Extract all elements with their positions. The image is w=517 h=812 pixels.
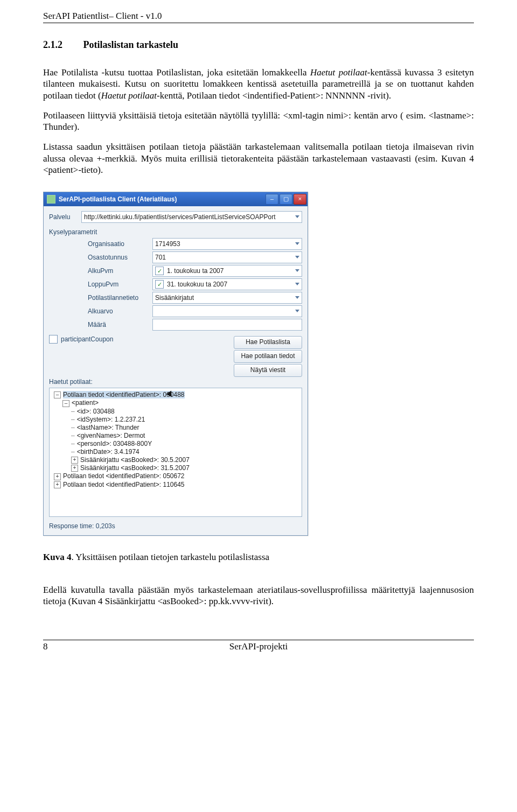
alkupvm-input[interactable]: ✓1. toukokuu ta 2007 — [152, 265, 302, 277]
tree-leaf[interactable]: <birthDate>: 3.4.1974 — [77, 448, 139, 456]
titlebar[interactable]: SerAPI-potilaslista Client (Ateriatilaus… — [44, 192, 308, 206]
loppupvm-checkbox[interactable]: ✓ — [155, 280, 164, 289]
app-icon — [47, 195, 55, 204]
expand-icon[interactable]: + — [71, 457, 78, 464]
osastotunnus-label: Osastotunnus — [88, 254, 152, 261]
maximize-button[interactable]: ▢ — [280, 194, 292, 205]
loppupvm-label: LoppuPvm — [88, 281, 152, 288]
potilastilannetieto-input[interactable]: Sisäänkirjatut — [152, 292, 302, 304]
loppupvm-input[interactable]: ✓31. toukokuu ta 2007 — [152, 278, 302, 290]
paragraph-1: Hae Potilalista -kutsu tuottaa Potilasli… — [43, 67, 474, 101]
tree-node[interactable]: Sisäänkirjattu <asBooked>: 31.5.2007 — [80, 464, 190, 472]
tree-leaf[interactable]: <idSystem>: 1.2.237.21 — [77, 416, 145, 423]
page-number: 8 — [43, 641, 65, 652]
page-footer: 8 SerAPI-projekti — [43, 640, 474, 652]
footer-title: SerAPI-projekti — [65, 641, 452, 652]
close-button[interactable]: × — [294, 194, 306, 205]
collapse-icon[interactable]: – — [54, 391, 61, 398]
section-heading: 2.1.2 Potilaslistan tarkastelu — [43, 39, 474, 51]
alkupvm-checkbox[interactable]: ✓ — [155, 267, 164, 275]
expand-icon[interactable]: + — [71, 465, 78, 472]
maara-label: Määrä — [88, 321, 152, 328]
tree-leaf[interactable]: <id>: 030488 — [77, 408, 115, 415]
tree-node[interactable]: Sisäänkirjattu <asBooked>: 30.5.2007 — [80, 456, 190, 464]
expand-icon[interactable]: + — [54, 473, 61, 480]
tree-leaf[interactable]: <personId>: 030488-800Y — [77, 440, 152, 447]
tree-leaf[interactable]: <givenNames>: Dermot — [77, 432, 145, 439]
tree-node[interactable]: Potilaan tiedot <identifiedPatient>: 030… — [63, 391, 185, 398]
tree-leaf[interactable]: <lastName>: Thunder — [77, 424, 139, 431]
section-number: 2.1.2 — [43, 39, 81, 51]
hae-potilaan-tiedot-button[interactable]: Hae potilaan tiedot — [234, 350, 302, 363]
alkuarvo-label: Alkuarvo — [88, 307, 152, 315]
nayta-viestit-button[interactable]: Näytä viestit — [234, 364, 302, 377]
participantcoupon-checkbox[interactable] — [49, 335, 58, 344]
haetut-potilaat-label: Haetut potilaat: — [49, 378, 302, 386]
figure-caption: Kuva 4. Yksittäisen potilaan tietojen ta… — [43, 552, 474, 563]
palvelu-label: Palvelu — [49, 213, 81, 221]
osastotunnus-input[interactable]: 701 — [152, 251, 302, 263]
tree-node[interactable]: Potilaan tiedot <identifiedPatient>: 050… — [63, 472, 185, 480]
status-text: Response time: 0,203s — [49, 522, 302, 530]
paragraph-3: Listassa saadun yksittäisen potilaan tie… — [43, 141, 474, 176]
page-header: SerAPI Patientlist– Client - v1.0 — [43, 11, 474, 23]
alkuarvo-input[interactable] — [152, 305, 302, 317]
paragraph-2: Potilaaseen liittyviä yksittäisiä tietoj… — [43, 110, 474, 133]
paragraph-4: Edellä kuvatulla tavalla päästään myös t… — [43, 584, 474, 607]
hae-potilaslista-button[interactable]: Hae Potilaslista — [234, 336, 302, 349]
results-tree[interactable]: –Potilaan tiedot <identifiedPatient>: 03… — [49, 388, 302, 517]
kyselyparametrit-label: Kyselyparametrit — [49, 228, 302, 236]
organisaatio-input[interactable]: 1714953 — [152, 238, 302, 250]
tree-node[interactable]: <patient> — [72, 399, 99, 407]
potilastilannetieto-label: Potilastilannetieto — [88, 294, 152, 302]
palvelu-input[interactable]: http://kettinki.uku.fi/patientlist/servi… — [81, 211, 302, 223]
app-window: SerAPI-potilaslista Client (Ateriatilaus… — [43, 192, 308, 536]
maara-input[interactable] — [152, 319, 302, 331]
organisaatio-label: Organisaatio — [88, 240, 152, 248]
participantcoupon-label: participantCoupon — [61, 335, 113, 343]
window-title: SerAPI-potilaslista Client (Ateriatilaus… — [59, 195, 264, 203]
tree-node[interactable]: Potilaan tiedot <identifiedPatient>: 110… — [63, 481, 185, 488]
section-title: Potilaslistan tarkastelu — [83, 39, 179, 50]
minimize-button[interactable]: – — [266, 194, 278, 205]
collapse-icon[interactable]: – — [62, 400, 69, 407]
alkupvm-label: AlkuPvm — [88, 267, 152, 275]
expand-icon[interactable]: + — [54, 481, 61, 488]
